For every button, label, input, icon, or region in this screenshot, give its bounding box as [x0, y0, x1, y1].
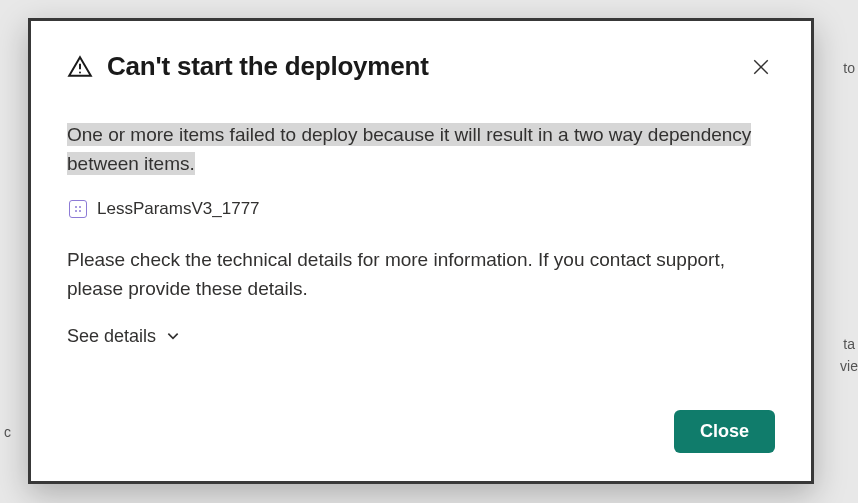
failed-item-name: LessParamsV3_1777	[97, 199, 260, 219]
bg-text: ta	[843, 336, 855, 352]
bg-text: to	[843, 60, 855, 76]
dialog-title-group: Can't start the deployment	[67, 51, 429, 82]
close-icon[interactable]	[747, 53, 775, 81]
dialog-footer: Close	[67, 410, 775, 453]
svg-point-1	[79, 71, 81, 73]
dialog-header: Can't start the deployment	[67, 51, 775, 82]
deployment-error-dialog: Can't start the deployment One or more i…	[28, 18, 814, 484]
bg-text: vie	[840, 358, 858, 374]
bg-text: c	[4, 424, 11, 440]
see-details-toggle[interactable]: See details	[67, 326, 775, 347]
see-details-label: See details	[67, 326, 156, 347]
warning-icon	[67, 54, 93, 80]
error-summary: One or more items failed to deploy becau…	[67, 120, 775, 179]
instruction-text: Please check the technical details for m…	[67, 245, 775, 304]
failed-item-row: LessParamsV3_1777	[67, 199, 775, 219]
close-button[interactable]: Close	[674, 410, 775, 453]
chevron-down-icon	[166, 329, 180, 343]
dataset-icon	[69, 200, 87, 218]
dialog-title: Can't start the deployment	[107, 51, 429, 82]
